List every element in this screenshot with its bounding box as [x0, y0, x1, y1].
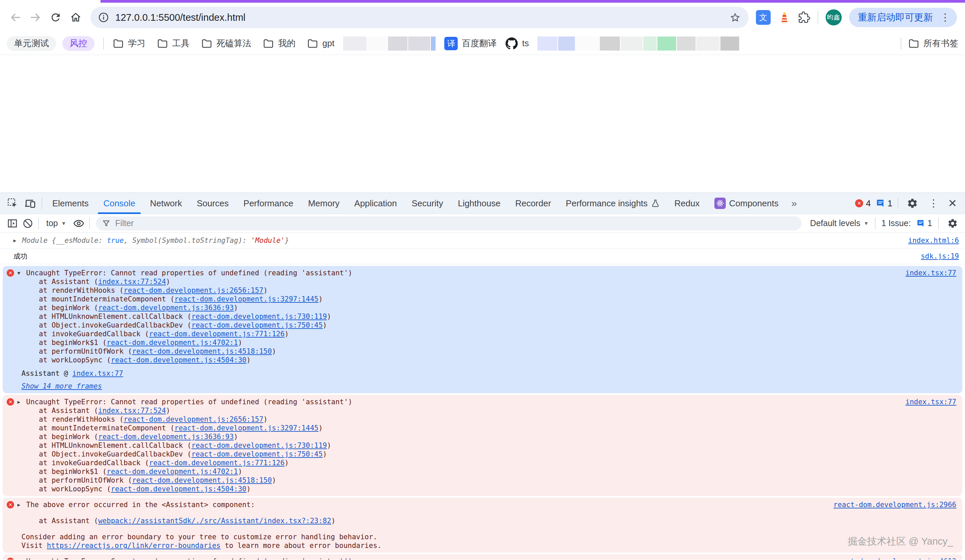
- bookmark-star-icon[interactable]: [729, 11, 741, 23]
- watermark: 掘金技术社区 @ Yancy_: [848, 537, 953, 545]
- site-info-icon[interactable]: [98, 12, 109, 23]
- devtools-close-icon[interactable]: ✕: [946, 198, 959, 209]
- stack-frame-link[interactable]: react-dom.development.js:4518:150: [132, 476, 272, 484]
- inline-link[interactable]: https://reactjs.org/link/error-boundarie…: [47, 542, 221, 550]
- bookmark-folder-0[interactable]: 学习: [113, 38, 146, 49]
- source-link[interactable]: sdk.js:19: [908, 252, 959, 261]
- console-message[interactable]: 成功sdk.js:19: [0, 248, 965, 264]
- home-button[interactable]: [66, 7, 86, 28]
- lighthouse-extension-icon[interactable]: [778, 11, 791, 24]
- console-toolbar: top ▼ Filter Default levels ▼ 1 Issue: 1: [0, 214, 965, 233]
- stack-frame-link[interactable]: react-dom.development.js:4504:30: [111, 485, 247, 493]
- clear-console-icon[interactable]: [20, 216, 36, 231]
- error-icon: ✕: [7, 269, 14, 277]
- console-message[interactable]: ▶Module {__esModule: true, Symbol(Symbol…: [0, 233, 965, 248]
- console-message[interactable]: ✕▼Uncaught TypeError: Cannot read proper…: [3, 266, 962, 393]
- tab-performance[interactable]: Performance: [236, 193, 301, 214]
- console-message[interactable]: ✕▶Uncaught TypeError: Cannot read proper…: [3, 395, 962, 496]
- filter-input[interactable]: Filter: [96, 216, 801, 230]
- stack-frame-link[interactable]: react-dom.development.js:771:126: [149, 330, 285, 338]
- tab-console[interactable]: Console: [96, 193, 142, 214]
- inline-link[interactable]: webpack://assistantSdk/./src/Assistant/i…: [98, 517, 331, 525]
- console-message[interactable]: ✕▶The above error occurred in the <Assis…: [3, 498, 962, 553]
- source-link[interactable]: react-dom.development.js:4613: [820, 557, 956, 560]
- tab-performance-insights[interactable]: Performance insights: [559, 193, 667, 214]
- stack-frame-link[interactable]: react-dom.development.js:4518:150: [132, 347, 272, 355]
- translate-extension-icon[interactable]: 文: [756, 10, 770, 25]
- expand-caret[interactable]: ▶: [18, 500, 26, 509]
- stack-frame-link[interactable]: react-dom.development.js:4504:30: [111, 356, 247, 364]
- console-sidebar-icon[interactable]: [5, 216, 20, 231]
- tab-recorder[interactable]: Recorder: [508, 193, 559, 214]
- expand-caret[interactable]: ▶: [13, 236, 22, 245]
- source-link[interactable]: react-dom.development.js:2966: [820, 500, 956, 509]
- back-button[interactable]: [5, 7, 25, 28]
- tab-application[interactable]: Application: [347, 193, 404, 214]
- error-count-badge[interactable]: ✕ 4: [855, 198, 870, 209]
- bookmark-folder-1[interactable]: 工具: [157, 38, 190, 49]
- stack-frame-link[interactable]: index.tsx:77:524: [98, 407, 166, 415]
- all-bookmarks-button[interactable]: 所有书签: [908, 38, 958, 49]
- live-expression-eye-icon[interactable]: [71, 216, 87, 231]
- tab-security[interactable]: Security: [404, 193, 451, 214]
- update-chrome-button[interactable]: 重新启动即可更新 ⋮: [849, 8, 957, 27]
- address-bar[interactable]: 127.0.0.1:5500/test/index.html: [90, 7, 749, 28]
- bookmark-pill-0[interactable]: 单元测试: [7, 36, 56, 51]
- stack-frame-link[interactable]: react-dom.development.js:3297:1445: [175, 295, 319, 303]
- source-link[interactable]: index.tsx:77: [892, 398, 956, 406]
- bookmark-github-ts[interactable]: ts: [505, 37, 529, 50]
- stack-frame-link[interactable]: react-dom.development.js:3636:93: [98, 304, 234, 312]
- expand-caret[interactable]: ▶: [18, 557, 26, 560]
- profile-avatar[interactable]: 昀鑫: [826, 9, 842, 25]
- stack-frame-link[interactable]: index.tsx:77:524: [98, 278, 166, 286]
- folder-icon: [307, 38, 318, 49]
- console-message[interactable]: ✕▶Uncaught TypeError: Cannot read proper…: [3, 554, 962, 560]
- bookmark-folder-label: gpt: [322, 38, 334, 49]
- stack-frame-link[interactable]: react-dom.development.js:4702:1: [106, 339, 238, 347]
- bookmark-folder-4[interactable]: gpt: [307, 38, 334, 49]
- tab-network[interactable]: Network: [143, 193, 189, 214]
- stack-frame-link[interactable]: react-dom.development.js:750:45: [191, 450, 323, 458]
- stack-frame-link[interactable]: react-dom.development.js:750:45: [191, 321, 323, 329]
- origin-link[interactable]: index.tsx:77: [72, 369, 123, 377]
- stack-frame-link[interactable]: react-dom.development.js:3297:1445: [175, 424, 319, 432]
- source-link[interactable]: index.tsx:77: [892, 269, 956, 277]
- extensions-puzzle-icon[interactable]: [798, 11, 810, 23]
- url-text[interactable]: 127.0.0.1:5500/test/index.html: [115, 12, 729, 23]
- bookmark-folder-2[interactable]: 死磕算法: [201, 38, 251, 49]
- inspect-element-icon[interactable]: [4, 194, 21, 212]
- log-levels-dropdown[interactable]: Default levels ▼: [810, 218, 869, 228]
- stack-frame-link[interactable]: react-dom.development.js:730:119: [191, 441, 327, 449]
- stack-frame-link[interactable]: react-dom.development.js:3636:93: [98, 433, 234, 441]
- browser-menu-icon[interactable]: ⋮: [938, 12, 952, 23]
- devtools-menu-icon[interactable]: ⋮: [926, 198, 940, 208]
- show-more-frames[interactable]: Show 14 more frames: [21, 382, 102, 390]
- forward-button[interactable]: [25, 7, 46, 28]
- stack-frame-link[interactable]: react-dom.development.js:730:119: [191, 312, 327, 320]
- stack-frame-link[interactable]: react-dom.development.js:2656:157: [124, 286, 263, 294]
- tab-sources[interactable]: Sources: [189, 193, 236, 214]
- bookmark-pill-1[interactable]: 风控: [62, 36, 95, 51]
- expand-caret[interactable]: ▼: [18, 269, 26, 277]
- message-count-badge[interactable]: 1: [876, 198, 892, 209]
- stack-frame: at performUnitOfWork (react-dom.developm…: [7, 347, 956, 356]
- bookmark-folder-3[interactable]: 我的: [263, 38, 296, 49]
- stack-frame-link[interactable]: react-dom.development.js:771:126: [149, 459, 285, 467]
- console-settings-icon[interactable]: [945, 216, 960, 231]
- tab-components[interactable]: Components: [707, 193, 786, 214]
- stack-frame-link[interactable]: react-dom.development.js:2656:157: [124, 415, 263, 423]
- tab-redux[interactable]: Redux: [667, 193, 707, 214]
- issues-counter[interactable]: 1: [917, 218, 932, 228]
- tab-elements[interactable]: Elements: [45, 193, 96, 214]
- tab-memory[interactable]: Memory: [301, 193, 347, 214]
- tab-lighthouse[interactable]: Lighthouse: [450, 193, 508, 214]
- stack-frame-link[interactable]: react-dom.development.js:4702:1: [106, 468, 238, 475]
- source-link[interactable]: index.html:6: [895, 236, 959, 245]
- reload-button[interactable]: [46, 7, 66, 28]
- expand-caret[interactable]: ▶: [18, 398, 26, 406]
- bookmark-baidu-translate[interactable]: 译 百度翻译: [444, 37, 497, 50]
- context-selector[interactable]: top ▼: [41, 218, 71, 228]
- more-tabs-icon[interactable]: »: [786, 198, 802, 209]
- device-toolbar-icon[interactable]: [21, 194, 39, 212]
- devtools-settings-icon[interactable]: [904, 194, 921, 212]
